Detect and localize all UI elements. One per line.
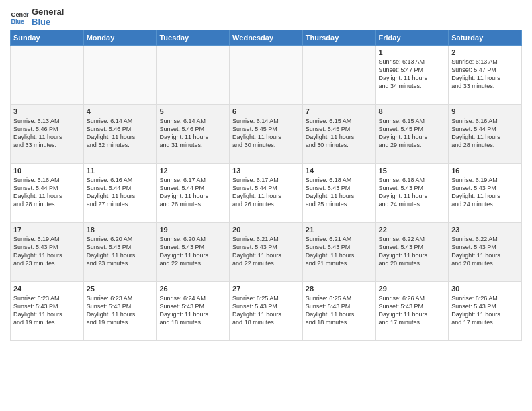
calendar-header: SundayMondayTuesdayWednesdayThursdayFrid… (11, 30, 522, 46)
day-info: Sunrise: 6:16 AM Sunset: 5:44 PM Dayligh… (451, 117, 519, 150)
day-info: Sunrise: 6:13 AM Sunset: 5:47 PM Dayligh… (451, 58, 519, 91)
logo-icon: General Blue (10, 7, 29, 26)
day-number: 23 (451, 226, 519, 234)
header-day-friday: Friday (375, 30, 449, 46)
day-cell: 20Sunrise: 6:21 AM Sunset: 5:43 PM Dayli… (230, 223, 303, 282)
day-cell (157, 46, 230, 105)
header-day-tuesday: Tuesday (157, 30, 230, 46)
day-number: 2 (451, 48, 519, 56)
day-info: Sunrise: 6:16 AM Sunset: 5:44 PM Dayligh… (13, 176, 81, 209)
week-row-3: 10Sunrise: 6:16 AM Sunset: 5:44 PM Dayli… (11, 164, 522, 223)
day-cell: 1Sunrise: 6:13 AM Sunset: 5:47 PM Daylig… (375, 46, 449, 105)
day-number: 8 (379, 107, 446, 116)
day-info: Sunrise: 6:13 AM Sunset: 5:46 PM Dayligh… (13, 117, 81, 150)
day-cell: 13Sunrise: 6:17 AM Sunset: 5:44 PM Dayli… (230, 164, 303, 223)
day-info: Sunrise: 6:18 AM Sunset: 5:43 PM Dayligh… (379, 176, 446, 209)
day-info: Sunrise: 6:26 AM Sunset: 5:43 PM Dayligh… (379, 294, 446, 327)
day-number: 5 (159, 107, 226, 116)
day-cell: 4Sunrise: 6:14 AM Sunset: 5:46 PM Daylig… (83, 105, 157, 164)
day-number: 13 (232, 167, 300, 175)
header-day-wednesday: Wednesday (230, 30, 303, 46)
day-cell: 26Sunrise: 6:24 AM Sunset: 5:43 PM Dayli… (157, 282, 230, 341)
day-cell: 6Sunrise: 6:14 AM Sunset: 5:45 PM Daylig… (230, 105, 303, 164)
svg-text:General: General (11, 11, 29, 18)
day-number: 4 (87, 107, 154, 116)
calendar-body: 1Sunrise: 6:13 AM Sunset: 5:47 PM Daylig… (11, 46, 522, 341)
page-container: General Blue General Blue SundayMondayTu… (0, 0, 532, 348)
day-number: 17 (13, 226, 81, 234)
day-cell: 3Sunrise: 6:13 AM Sunset: 5:46 PM Daylig… (11, 105, 84, 164)
day-number: 12 (159, 167, 226, 175)
header-day-monday: Monday (83, 30, 157, 46)
calendar-table: SundayMondayTuesdayWednesdayThursdayFrid… (10, 30, 522, 341)
day-number: 27 (232, 285, 300, 293)
header-day-thursday: Thursday (302, 30, 375, 46)
day-number: 22 (379, 226, 446, 234)
day-info: Sunrise: 6:13 AM Sunset: 5:47 PM Dayligh… (379, 58, 446, 91)
day-number: 16 (451, 167, 519, 175)
day-number: 19 (159, 226, 226, 234)
day-cell: 14Sunrise: 6:18 AM Sunset: 5:43 PM Dayli… (302, 164, 375, 223)
week-row-1: 1Sunrise: 6:13 AM Sunset: 5:47 PM Daylig… (11, 46, 522, 105)
day-info: Sunrise: 6:22 AM Sunset: 5:43 PM Dayligh… (451, 235, 519, 268)
day-number: 14 (306, 167, 373, 175)
day-cell: 8Sunrise: 6:15 AM Sunset: 5:45 PM Daylig… (375, 105, 449, 164)
day-info: Sunrise: 6:23 AM Sunset: 5:43 PM Dayligh… (87, 294, 154, 327)
day-cell: 25Sunrise: 6:23 AM Sunset: 5:43 PM Dayli… (83, 282, 157, 341)
logo-blue: Blue (32, 17, 64, 27)
day-cell (83, 46, 157, 105)
day-info: Sunrise: 6:23 AM Sunset: 5:43 PM Dayligh… (13, 294, 81, 327)
day-info: Sunrise: 6:25 AM Sunset: 5:43 PM Dayligh… (306, 294, 373, 327)
header: General Blue General Blue (10, 7, 522, 27)
day-cell: 23Sunrise: 6:22 AM Sunset: 5:43 PM Dayli… (449, 223, 522, 282)
week-row-4: 17Sunrise: 6:19 AM Sunset: 5:43 PM Dayli… (11, 223, 522, 282)
week-row-5: 24Sunrise: 6:23 AM Sunset: 5:43 PM Dayli… (11, 282, 522, 341)
day-cell: 12Sunrise: 6:17 AM Sunset: 5:44 PM Dayli… (157, 164, 230, 223)
day-number: 15 (379, 167, 446, 175)
week-row-2: 3Sunrise: 6:13 AM Sunset: 5:46 PM Daylig… (11, 105, 522, 164)
day-cell: 22Sunrise: 6:22 AM Sunset: 5:43 PM Dayli… (375, 223, 449, 282)
day-info: Sunrise: 6:15 AM Sunset: 5:45 PM Dayligh… (379, 117, 446, 150)
day-number: 29 (379, 285, 446, 293)
day-cell: 7Sunrise: 6:15 AM Sunset: 5:45 PM Daylig… (302, 105, 375, 164)
day-info: Sunrise: 6:20 AM Sunset: 5:43 PM Dayligh… (159, 235, 226, 268)
day-info: Sunrise: 6:17 AM Sunset: 5:44 PM Dayligh… (232, 176, 300, 209)
day-cell: 16Sunrise: 6:19 AM Sunset: 5:43 PM Dayli… (449, 164, 522, 223)
day-info: Sunrise: 6:14 AM Sunset: 5:46 PM Dayligh… (87, 117, 154, 150)
day-cell: 5Sunrise: 6:14 AM Sunset: 5:46 PM Daylig… (157, 105, 230, 164)
svg-text:Blue: Blue (11, 18, 24, 25)
day-number: 6 (232, 107, 300, 116)
day-info: Sunrise: 6:14 AM Sunset: 5:45 PM Dayligh… (232, 117, 300, 150)
day-info: Sunrise: 6:15 AM Sunset: 5:45 PM Dayligh… (306, 117, 373, 150)
day-number: 11 (87, 167, 154, 175)
day-number: 3 (13, 107, 81, 116)
day-info: Sunrise: 6:26 AM Sunset: 5:43 PM Dayligh… (451, 294, 519, 327)
day-number: 28 (306, 285, 373, 293)
header-day-saturday: Saturday (449, 30, 522, 46)
day-cell: 15Sunrise: 6:18 AM Sunset: 5:43 PM Dayli… (375, 164, 449, 223)
day-number: 20 (232, 226, 300, 234)
day-cell (11, 46, 84, 105)
day-info: Sunrise: 6:21 AM Sunset: 5:43 PM Dayligh… (306, 235, 373, 268)
day-info: Sunrise: 6:16 AM Sunset: 5:44 PM Dayligh… (87, 176, 154, 209)
day-cell: 29Sunrise: 6:26 AM Sunset: 5:43 PM Dayli… (375, 282, 449, 341)
day-cell: 19Sunrise: 6:20 AM Sunset: 5:43 PM Dayli… (157, 223, 230, 282)
day-number: 18 (87, 226, 154, 234)
header-day-sunday: Sunday (11, 30, 84, 46)
day-info: Sunrise: 6:24 AM Sunset: 5:43 PM Dayligh… (159, 294, 226, 327)
day-info: Sunrise: 6:19 AM Sunset: 5:43 PM Dayligh… (451, 176, 519, 209)
day-info: Sunrise: 6:19 AM Sunset: 5:43 PM Dayligh… (13, 235, 81, 268)
logo: General Blue General Blue (10, 7, 64, 27)
day-cell (302, 46, 375, 105)
day-number: 30 (451, 285, 519, 293)
day-number: 25 (87, 285, 154, 293)
day-cell: 17Sunrise: 6:19 AM Sunset: 5:43 PM Dayli… (11, 223, 84, 282)
day-cell: 21Sunrise: 6:21 AM Sunset: 5:43 PM Dayli… (302, 223, 375, 282)
day-cell: 27Sunrise: 6:25 AM Sunset: 5:43 PM Dayli… (230, 282, 303, 341)
day-info: Sunrise: 6:20 AM Sunset: 5:43 PM Dayligh… (87, 235, 154, 268)
day-cell: 10Sunrise: 6:16 AM Sunset: 5:44 PM Dayli… (11, 164, 84, 223)
day-number: 9 (451, 107, 519, 116)
day-cell: 2Sunrise: 6:13 AM Sunset: 5:47 PM Daylig… (449, 46, 522, 105)
day-info: Sunrise: 6:14 AM Sunset: 5:46 PM Dayligh… (159, 117, 226, 150)
day-cell: 11Sunrise: 6:16 AM Sunset: 5:44 PM Dayli… (83, 164, 157, 223)
